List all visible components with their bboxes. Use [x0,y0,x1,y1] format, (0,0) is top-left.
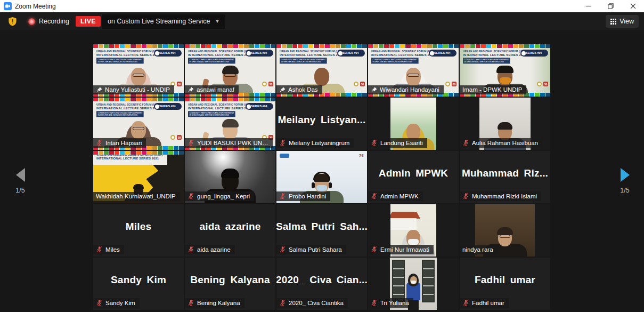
participant-name-label: asnawi manaf [185,85,239,94]
slide-subtitle-chip: COMMUNITY PARTICIPATION AND EMPOWERMENTI… [280,58,327,63]
sdg-color-strip [276,44,367,48]
participant-name-text: Wiwandari Handayani [380,86,439,93]
participant-tile[interactable]: 2020_ Civa Cian...2020_ Civa Ciantika [276,258,367,310]
sdg-color-strip [368,44,459,48]
participant-name-text: Landung Esariti [380,140,423,146]
participant-tile[interactable]: URBAN AND REGIONAL SCIENTIFIC FORUM (URS… [460,44,550,97]
participant-name-label: Miles [93,245,124,254]
anniversary-logo-icon: 30 [177,82,182,86]
participant-tile[interactable]: Fadhil umarFadhil umar [460,258,550,310]
person-mask [500,77,511,84]
person-hair [221,169,240,178]
person-hair [222,119,239,127]
participant-tile[interactable]: URBAN AND REGIONAL SCIENTIFIC FORUM (URS… [276,44,367,97]
participant-tile[interactable]: Muhammad Riz...Muhammad Rizki Islami [460,151,550,203]
slide-subtitle-chip: COMMUNITY PARTICIPATION AND EMPOWERMENTI… [188,58,235,63]
participant-tile[interactable]: Salma Putri Sah...Salma Putri Sahara [276,204,367,257]
pin-icon [96,86,102,93]
previous-page-arrow-icon[interactable] [16,168,25,182]
sdg-color-strip [185,44,275,48]
restore-button[interactable] [599,0,622,12]
participant-name-text: Nany Yuliastuti - UNDIP [105,86,170,93]
muted-mic-icon [371,299,378,306]
series-badge-circle-icon [155,105,159,109]
window-title: Zoom Meeting [15,3,56,10]
participant-name-label: aida azarine [185,245,235,254]
participant-name-text: Intan Hapsari [105,140,142,146]
headphones-band [313,172,330,180]
encryption-shield-icon[interactable]: ! [7,17,18,27]
participant-tile[interactable]: Bening KalyanaBening Kalyana [185,258,275,310]
participant-name-label: Muhammad Rizki Islami [460,191,541,201]
participant-tile[interactable]: Sandy KimSandy Kim [93,258,184,310]
participant-tile[interactable]: Meilany Listyan...Meilany Listyaningrum [276,98,367,150]
participant-tile[interactable]: gung_lingga_ Kepri [185,151,275,203]
participant-name-label: gung_lingga_ Kepri [185,191,254,201]
participant-tile[interactable]: nindya rara [460,204,550,257]
participant-name-text: Imam - DPWK UNDIP [462,86,522,93]
participant-name-text: Wakhidah Kurniawati_UNDIP [96,193,176,199]
participant-name-text: nindya rara [462,246,493,253]
anniversary-logo-icon: 30 [452,82,456,86]
participant-display-name: aida azarine [185,204,275,249]
view-button-label: View [619,18,634,25]
participant-tile[interactable]: URBAN AND REGIONAL SCIENTIFIC FORUM (URS… [93,151,184,203]
sdg-color-strip [93,98,184,101]
participant-name-text: gung_lingga_ Kepri [197,193,250,199]
participant-name-label: Sandy Kim [93,298,140,308]
live-streaming-dropdown[interactable]: on Custom Live Streaming Service ▼ [102,14,225,29]
person-head [314,68,329,86]
participant-name-text: Tri Yuliana [380,300,409,306]
participant-tile[interactable]: Ermi Nur Irmawati [368,204,459,257]
participant-name-text: Sandy Kim [105,300,135,306]
participant-name-text: 2020_ Civa Ciantika [289,300,344,306]
participant-tile[interactable]: 76Probo Hardini [276,151,367,203]
participant-tile[interactable]: URBAN AND REGIONAL SCIENTIFIC FORUM (URS… [368,44,459,97]
sdg-color-strip [93,151,184,155]
recording-label: Recording [39,18,69,25]
slide-logos: 30 [262,82,273,86]
participant-display-name: Admin MPWK [368,151,459,196]
person-glasses [407,74,419,77]
university-logo-icon [262,82,267,86]
university-logo-icon [537,82,542,86]
participant-name-text: Salma Putri Sahara [289,246,342,253]
series-badge-circle-icon [247,51,251,55]
building-wall [390,218,417,230]
participant-tile[interactable]: aida azarineaida azarine [185,204,275,257]
participant-tile[interactable]: Landung Esariti [368,98,459,150]
person-head [131,121,146,139]
participant-tile[interactable]: URBAN AND REGIONAL SCIENTIFIC FORUM (URS… [185,44,275,97]
participant-name-text: asnawi manaf [197,86,234,93]
participant-tile[interactable]: MilesMiles [93,204,184,257]
close-button[interactable] [622,0,644,12]
participant-tile[interactable]: URBAN AND REGIONAL SCIENTIFIC FORUM (URS… [93,44,184,97]
participant-tile[interactable]: Admin MPWKAdmin MPWK [368,151,459,203]
series-badge: SERIES #04 [246,103,273,110]
participant-tile[interactable]: Tri Yuliana [368,258,459,310]
participant-tile[interactable]: URBAN AND REGIONAL SCIENTIFIC FORUM (URS… [93,98,184,150]
next-page-arrow-icon[interactable] [621,168,630,182]
zoom-app-icon [4,2,12,10]
participant-name-label: Wiwandari Handayani [368,85,444,94]
participant-name-text: Ermi Nur Irmawati [380,246,429,253]
view-button[interactable]: View [606,15,639,28]
muted-mic-icon [279,246,286,253]
person-hair [497,227,512,235]
participant-tile[interactable]: URBAN AND REGIONAL SCIENTIFIC FORUM (URS… [185,98,275,150]
glass-door-left [392,260,405,302]
participant-name-label: Meilany Listyaningrum [276,138,354,148]
participant-name-label: Ashok Das [276,85,322,94]
participant-display-name: 2020_ Civa Cian... [276,258,367,302]
participant-name-label: Imam - DPWK UNDIP [460,85,526,94]
slide-subtitle-chip: COMMUNITY PARTICIPATION AND EMPOWERMENTI… [371,58,419,63]
university-logo-icon [445,82,450,86]
participant-display-name: Salma Putri Sah... [276,204,367,249]
sdg-color-strip [185,98,275,101]
muted-mic-icon [279,299,286,306]
participant-tile[interactable]: Aulia Rahman Hasibuan [460,98,550,150]
minimize-button[interactable] [577,0,599,12]
participant-display-name: Meilany Listyan... [276,98,367,142]
series-badge-label: SERIES #04 [251,52,267,54]
live-badge[interactable]: LIVE [76,16,101,27]
